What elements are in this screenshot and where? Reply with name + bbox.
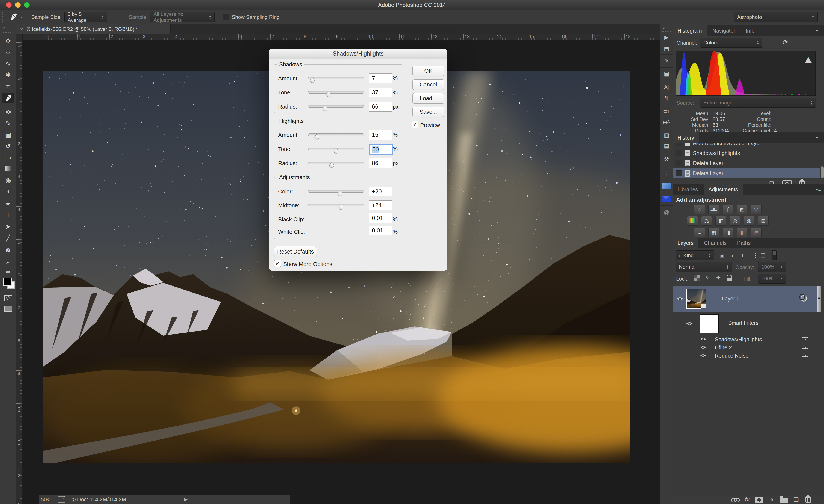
filter-eye-icon[interactable] — [700, 354, 706, 358]
threshold-adjustment-icon[interactable]: ◨ — [722, 228, 733, 237]
highlights-radius-slider[interactable] — [308, 162, 364, 164]
lasso-tool[interactable]: ∿ — [2, 58, 14, 69]
highlights-tone-slider[interactable] — [308, 147, 364, 150]
hand-tool[interactable]: ✽ — [2, 245, 14, 255]
astronomy-actions-icon[interactable]: @ — [662, 208, 671, 217]
lock-all-icon[interactable] — [725, 274, 733, 281]
filter-shape-layers-icon[interactable] — [749, 252, 756, 259]
path-selection-tool[interactable]: ➤ — [2, 221, 14, 232]
actions-panel-icon[interactable]: ▶ — [662, 33, 671, 41]
swap-colors-icon[interactable]: ⇄ — [2, 267, 14, 277]
opacity-dropdown[interactable]: 100% ▼ — [758, 262, 786, 272]
filter-mask-thumbnail[interactable] — [700, 314, 719, 333]
history-scrollbar[interactable] — [821, 166, 824, 178]
delete-layer-icon[interactable] — [803, 495, 813, 504]
new-layer-icon[interactable]: ❏ — [791, 495, 801, 504]
paragraph-styles-panel-icon[interactable]: ▤¶ — [662, 107, 671, 115]
move-tool[interactable]: ✥ — [2, 36, 14, 46]
panel-menu-icon[interactable]: ▼≡ — [816, 187, 821, 193]
histogram-warning-icon[interactable] — [805, 53, 812, 57]
history-item[interactable]: Shadows/Highlights — [673, 148, 820, 158]
layer-filtering-toggle[interactable] — [772, 251, 777, 260]
clone-stamp-tool[interactable]: ▣ — [2, 130, 14, 140]
tab-channels[interactable]: Channels — [699, 238, 731, 248]
tab-history[interactable]: History — [673, 132, 699, 143]
midtone-field[interactable]: +24 — [369, 200, 392, 210]
clone-source-panel-icon[interactable]: ▣ — [662, 70, 671, 78]
lock-transparency-icon[interactable] — [693, 274, 701, 281]
levels-adjustment-icon[interactable]: ▂▆▃ — [708, 205, 719, 214]
notes-panel-icon[interactable]: ▤ — [662, 142, 671, 150]
document-size-info[interactable]: © Doc: 114.2M/114.2M — [72, 497, 126, 503]
tab-libraries[interactable]: Libraries — [673, 184, 703, 195]
layer-visibility-eye-icon[interactable] — [677, 296, 684, 301]
color-balance-adjustment-icon[interactable]: ⚖ — [701, 216, 712, 226]
black-clip-field[interactable]: 0.01 — [369, 213, 392, 223]
black-white-adjustment-icon[interactable]: ◧ — [715, 216, 726, 226]
properties-panel-icon[interactable]: ▥ — [662, 131, 671, 139]
preview-checkbox[interactable]: ✓ — [412, 121, 418, 128]
tab-histogram[interactable]: Histogram — [673, 25, 707, 36]
layer-comps-panel-icon[interactable]: ⬒ — [662, 44, 671, 53]
expand-panels-icon[interactable]: » — [663, 25, 665, 30]
share-icon[interactable]: ➚ — [58, 496, 65, 503]
filter-blending-options-icon[interactable] — [802, 336, 808, 342]
blend-mode-dropdown[interactable]: Normal ▲▼ — [676, 262, 732, 272]
hue-saturation-adjustment-icon[interactable] — [687, 216, 698, 226]
zoom-tool[interactable]: ⌕ — [2, 256, 14, 267]
brush-tool[interactable]: ✎ — [2, 118, 14, 128]
add-layer-mask-icon[interactable] — [754, 496, 764, 504]
extension-thumbnail-icon[interactable] — [662, 181, 671, 190]
panel-menu-icon[interactable]: ▼≡ — [816, 135, 821, 141]
highlights-radius-field[interactable]: 86 — [369, 158, 392, 168]
sample-dropdown[interactable]: All Layers no Adjustments ▲▼ — [150, 12, 215, 22]
healing-brush-tool[interactable]: ✜ — [2, 107, 14, 117]
new-group-icon[interactable] — [779, 495, 789, 504]
tool-preset-arrow-icon[interactable]: ▼ — [20, 15, 23, 19]
layer-thumbnail[interactable] — [686, 289, 706, 309]
3d-panel-icon[interactable]: ◇ — [662, 168, 671, 177]
invert-adjustment-icon[interactable]: ◒ — [694, 228, 705, 237]
tab-info[interactable]: Info — [741, 25, 759, 36]
reset-defaults-button[interactable]: Reset Defaults — [274, 246, 317, 257]
layer-row-selected[interactable]: Layer 0 — [673, 286, 817, 312]
history-source-well[interactable] — [676, 143, 682, 146]
posterize-adjustment-icon[interactable]: ▨ — [708, 228, 719, 237]
shadows-radius-field[interactable]: 66 — [369, 102, 392, 112]
vibrance-adjustment-icon[interactable]: ▽ — [751, 205, 761, 214]
dodge-tool[interactable]: ◖ — [2, 186, 14, 197]
lock-pixels-icon[interactable]: ✎ — [704, 274, 711, 281]
filter-type-layers-icon[interactable]: T — [739, 252, 746, 259]
highlights-amount-field[interactable]: 15 — [369, 130, 392, 140]
close-tab-icon[interactable]: × — [20, 26, 23, 33]
gradient-tool[interactable] — [2, 164, 14, 174]
toolbar-grip[interactable] — [3, 32, 13, 33]
refresh-histogram-icon[interactable]: ⟳ — [783, 38, 788, 46]
midtone-slider[interactable] — [308, 204, 364, 206]
character-styles-panel-icon[interactable]: ▤A — [662, 118, 671, 126]
shadows-tone-field[interactable]: 37 — [369, 88, 392, 97]
source-dropdown[interactable]: Entire Image ▲▼ — [700, 98, 816, 108]
screen-mode-button[interactable] — [2, 304, 14, 314]
filter-eye-icon[interactable] — [700, 337, 706, 341]
history-source-well[interactable] — [676, 150, 682, 156]
email-extension-icon[interactable] — [662, 195, 671, 203]
smart-filter-row[interactable]: Shadows/Highlights — [673, 336, 824, 344]
shadows-amount-slider[interactable] — [308, 77, 364, 79]
fill-dropdown[interactable]: 100% ▼ — [758, 274, 786, 283]
marquee-tool[interactable]: ◌ — [2, 47, 14, 57]
filter-blending-options-icon[interactable] — [802, 353, 808, 358]
brightness-contrast-adjustment-icon[interactable]: ☼ — [694, 205, 705, 214]
channel-dropdown[interactable]: Colors ▲▼ — [700, 38, 762, 47]
paragraph-panel-icon[interactable]: ¶ — [662, 94, 671, 102]
shape-tool[interactable]: ╱ — [2, 233, 14, 243]
vertical-ruler[interactable]: 101234567891 01 11 21 3 — [16, 40, 22, 504]
character-panel-icon[interactable]: A| — [662, 83, 671, 91]
history-source-well[interactable] — [676, 160, 682, 166]
filter-smart-objects-icon[interactable]: ❏ — [759, 252, 767, 259]
dialog-title[interactable]: Shadows/Highlights — [269, 49, 447, 59]
quick-selection-tool[interactable]: ✱ — [2, 70, 14, 80]
lock-position-icon[interactable]: ✥ — [715, 274, 722, 281]
filter-eye-icon[interactable] — [700, 345, 706, 349]
options-bar-grip[interactable] — [2, 12, 3, 22]
